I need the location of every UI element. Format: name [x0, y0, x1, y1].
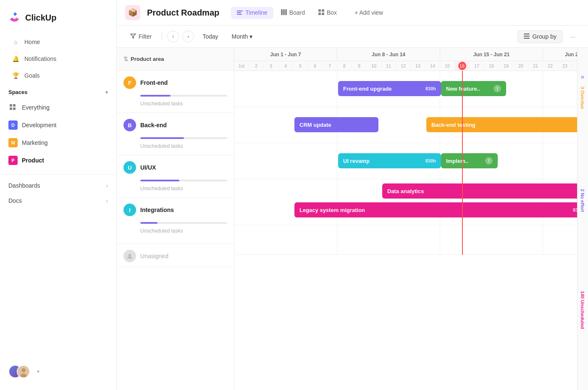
day-4: 4	[278, 61, 293, 71]
sidebar-item-notifications-label: Notifications	[24, 55, 56, 62]
svg-rect-15	[318, 13, 321, 15]
sidebar: ClickUp ⌂ Home 🔔 Notifications 🏆 Goals S…	[0, 0, 117, 390]
timeline-row-backend: CRM update Back-end testing	[234, 107, 577, 143]
sidebar-item-home[interactable]: ⌂ Home	[3, 34, 113, 50]
sidebar-item-notifications[interactable]: 🔔 Notifications	[3, 51, 113, 67]
svg-rect-17	[524, 34, 530, 34]
page-icon: 📦	[125, 5, 140, 20]
home-icon: ⌂	[12, 38, 19, 46]
day-3: 3	[264, 61, 278, 71]
development-avatar: D	[8, 120, 18, 130]
task-frontend-upgrade-hours: 830h	[425, 86, 436, 91]
spaces-section-header[interactable]: Spaces ▾	[0, 84, 116, 99]
next-button[interactable]: ›	[182, 31, 194, 42]
row-unassigned-main: Unasigned	[117, 244, 234, 267]
sidebar-item-development[interactable]: D Development	[0, 117, 116, 133]
overdue-label[interactable]: 3 Overdue	[577, 83, 588, 186]
tab-timeline[interactable]: Timeline	[231, 7, 273, 19]
task-ui-revamp-label: UI revamp	[343, 158, 423, 164]
today-button[interactable]: Today	[197, 31, 223, 42]
svg-rect-10	[281, 9, 283, 15]
integrations-name: Integrations	[140, 207, 174, 213]
day-11: 11	[381, 61, 396, 71]
week-headers: Jun 1 - Jun 7 Jun 8 - Jun 14 Jun 15 - Ju…	[234, 48, 577, 61]
sidebar-item-development-label: Development	[22, 122, 57, 128]
frontend-name: Front-end	[140, 79, 168, 86]
day-7: 7	[323, 61, 337, 71]
unscheduled-label[interactable]: 140 Unscheduled	[577, 288, 588, 390]
day-13: 13	[411, 61, 425, 71]
board-icon	[281, 9, 287, 16]
sidebar-item-docs[interactable]: Docs ›	[0, 193, 116, 208]
day-9: 9	[352, 61, 367, 71]
tab-timeline-label: Timeline	[245, 9, 267, 16]
sidebar-item-goals[interactable]: 🏆 Goals	[3, 68, 113, 84]
sidebar-item-product[interactable]: P Product	[0, 152, 116, 169]
tab-board[interactable]: Board	[275, 7, 311, 19]
sidebar-item-everything-label: Everything	[22, 104, 50, 111]
task-ui-revamp-hours: 830h	[425, 158, 436, 163]
sidebar-item-everything[interactable]: Everything	[0, 99, 116, 116]
timeline-grid[interactable]: Jun 1 - Jun 7 Jun 8 - Jun 14 Jun 15 - Ju…	[234, 48, 577, 390]
tab-board-label: Board	[289, 9, 305, 16]
row-frontend-main: F Front-end	[117, 71, 234, 93]
prev-button[interactable]: ‹	[167, 31, 179, 42]
backend-avatar: B	[123, 119, 136, 131]
day-17: 17	[470, 61, 484, 71]
sidebar-item-marketing[interactable]: M Marketing	[0, 134, 116, 151]
task-implem-label: Implem..	[446, 158, 483, 164]
task-legacy-migration[interactable]: Legacy system migration 830h	[294, 202, 577, 217]
task-implem[interactable]: Implem.. !	[441, 153, 498, 168]
add-view-button[interactable]: + Add view	[349, 7, 388, 18]
more-options-button[interactable]: ···	[566, 30, 580, 43]
task-data-analytics-label: Data analytics	[387, 188, 577, 194]
sidebar-item-home-label: Home	[24, 39, 40, 45]
user-avatars[interactable]	[8, 365, 32, 378]
svg-rect-8	[237, 12, 241, 13]
group-by-icon	[524, 33, 530, 40]
month-chevron-icon: ▾	[249, 33, 252, 40]
uiux-avatar: U	[123, 161, 136, 174]
timeline-row-integrations: Data analytics Legacy system migration 8…	[234, 179, 577, 225]
sidebar-item-dashboards[interactable]: Dashboards ›	[0, 178, 116, 193]
collapse-button[interactable]: »	[577, 71, 588, 83]
day-8: 8	[337, 61, 352, 71]
integrations-avatar: I	[123, 204, 136, 216]
month-button[interactable]: Month ▾	[226, 31, 257, 42]
spaces-chevron-icon: ▾	[105, 89, 108, 95]
task-frontend-upgrade-label: Front-end upgrade	[343, 86, 423, 92]
spaces-label: Spaces	[8, 89, 28, 95]
task-crm-update-label: CRM update	[299, 122, 373, 128]
task-backend-testing[interactable]: Back-end testing	[426, 117, 577, 132]
task-crm-update[interactable]: CRM update	[294, 117, 378, 132]
frontend-unscheduled: Unscheduled tasks	[117, 98, 234, 113]
unassigned-name: Unasigned	[140, 253, 168, 259]
topbar: 📦 Product Roadmap Timeline Board Box	[117, 0, 588, 26]
task-new-feature[interactable]: New feature.. !	[441, 81, 506, 96]
tab-box[interactable]: Box	[312, 7, 343, 19]
day-5: 5	[293, 61, 308, 71]
week-header-3: Jun 15 - Jun 21	[440, 48, 543, 61]
no-effort-label[interactable]: 2 No effort	[577, 186, 588, 288]
app-logo[interactable]: ClickUp	[0, 7, 116, 34]
timeline-row-unassigned	[234, 225, 577, 255]
task-data-analytics[interactable]: Data analytics	[382, 183, 577, 199]
uiux-progress-bar	[140, 180, 227, 181]
day-2: 2	[249, 61, 264, 71]
sidebar-item-goals-label: Goals	[24, 72, 40, 79]
user-menu-arrow[interactable]: ▾	[37, 369, 39, 374]
day-20: 20	[514, 61, 528, 71]
group-by-label: Group by	[532, 33, 556, 40]
timeline-row-frontend: Front-end upgrade 830h New feature.. !	[234, 71, 577, 107]
backend-progress-fill	[140, 137, 184, 139]
group-by-button[interactable]: Group by	[517, 30, 563, 43]
backend-unscheduled: Unscheduled tasks	[117, 141, 234, 155]
task-ui-revamp[interactable]: UI revamp 830h	[338, 153, 441, 168]
task-frontend-upgrade[interactable]: Front-end upgrade 830h	[338, 81, 441, 96]
row-backend: B Back-end Unscheduled tasks	[117, 113, 234, 155]
toolbar: Filter ‹ › Today Month ▾ Group by ···	[117, 26, 588, 48]
frontend-progress-bar	[140, 95, 227, 97]
frontend-progress-fill	[140, 95, 171, 97]
filter-button[interactable]: Filter	[125, 31, 157, 43]
timeline-row-uiux: UI revamp 830h Implem.. !	[234, 143, 577, 179]
